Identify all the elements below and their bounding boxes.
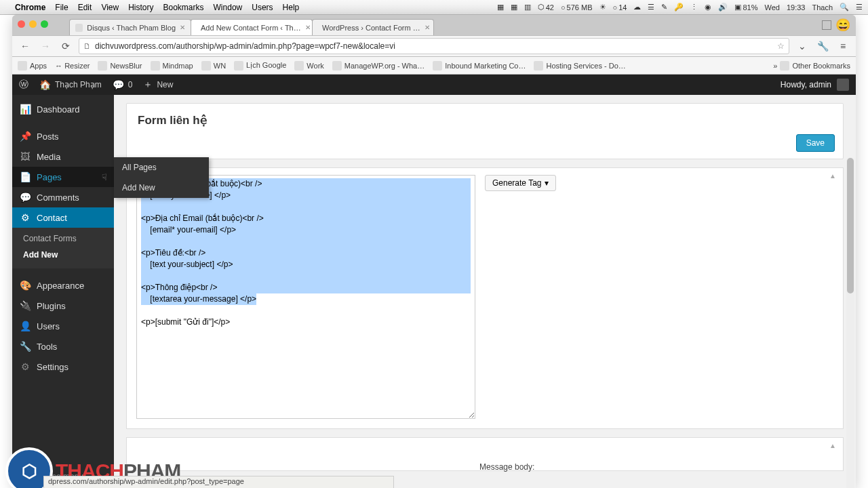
back-button[interactable]: ← xyxy=(18,39,33,54)
menu-posts[interactable]: 📌Posts xyxy=(12,126,114,146)
extension-icon[interactable]: 🔧 xyxy=(815,39,830,54)
menu-appearance[interactable]: 🎨Appearance xyxy=(12,275,114,296)
settings-icon: ⚙ xyxy=(19,361,31,372)
tab-close-icon[interactable]: ✕ xyxy=(305,24,311,31)
other-bookmarks[interactable]: » Other Bookmarks xyxy=(773,61,850,70)
flyout-all-pages[interactable]: All Pages xyxy=(114,157,209,178)
traffic-lights[interactable] xyxy=(18,20,48,28)
menubar-right: ▦▦▥ ⬡ 42 ○ 576 MB ☀ ○14 ☁☰✎🔑⋮ ◉ 🔊 ▣ 81% … xyxy=(497,3,863,12)
wifi-icon[interactable]: ◉ xyxy=(705,3,711,12)
howdy-text[interactable]: Howdy, admin xyxy=(781,80,831,89)
bookmark-item[interactable]: Inbound Marketing Co… xyxy=(433,61,526,70)
appearance-icon: 🎨 xyxy=(19,280,31,291)
tab-close-icon[interactable]: ✕ xyxy=(425,24,430,31)
notifications-icon[interactable]: ☰ xyxy=(856,3,863,12)
fullscreen-icon[interactable] xyxy=(822,20,831,30)
status-link-preview: dpress.com/authorship/wp-admin/edit.php?… xyxy=(43,476,394,488)
user-icon: 👤 xyxy=(19,321,31,331)
wp-sidebar: 📊Dashboard 📌Posts 🖼Media 📄Pages☟ 💬Commen… xyxy=(12,95,114,488)
bookmark-star-icon[interactable]: ☆ xyxy=(777,41,785,51)
apps-shortcut[interactable]: Apps xyxy=(18,61,47,70)
media-icon: 🖼 xyxy=(19,151,31,162)
wp-adminbar: ⓦ 🏠Thạch Phạm 💬0 ＋New Howdy, admin xyxy=(12,75,856,95)
menu-dashboard[interactable]: 📊Dashboard xyxy=(12,99,114,119)
minimize-icon[interactable] xyxy=(29,20,37,28)
bookmark-item[interactable]: Hosting Services - Do… xyxy=(534,61,625,70)
scrollbar[interactable] xyxy=(846,157,854,488)
browser-tab-active[interactable]: Add New Contact Form ‹ Th…✕ xyxy=(191,19,313,35)
site-link[interactable]: 🏠Thạch Phạm xyxy=(39,79,102,90)
clock-time: 19:33 xyxy=(787,3,806,12)
dashboard-icon: 📊 xyxy=(19,104,31,115)
new-link[interactable]: ＋New xyxy=(143,79,173,91)
address-bar[interactable]: 🗋 dichvuwordpress.com/authorship/wp-admi… xyxy=(79,38,789,54)
menu-view[interactable]: View xyxy=(101,3,119,12)
menu-icon[interactable]: ≡ xyxy=(835,39,850,54)
tools-icon: 🔧 xyxy=(19,341,31,352)
volume-icon[interactable]: 🔊 xyxy=(718,3,728,12)
bookmark-item[interactable]: NewsBlur xyxy=(98,61,142,70)
close-icon[interactable] xyxy=(18,20,25,28)
bookmark-item[interactable]: Work xyxy=(294,61,323,70)
menu-history[interactable]: History xyxy=(128,3,153,12)
menubar-app[interactable]: Chrome xyxy=(15,3,45,12)
wp-content: Form liên hệ Save ▲ <p>Tên của bạn (bắt … xyxy=(114,95,856,488)
browser-tab[interactable]: WordPress › Contact Form …✕ xyxy=(312,19,434,35)
clock-day: Wed xyxy=(764,3,779,12)
mac-menubar: Chrome File Edit View History Bookmarks … xyxy=(0,0,868,15)
reload-button[interactable]: ⟳ xyxy=(58,39,73,54)
flyout-add-new[interactable]: Add New xyxy=(114,178,209,198)
menu-window[interactable]: Window xyxy=(214,3,243,12)
form-editor[interactable]: <p>Tên của bạn (bắt buộc)<br /> [text* y… xyxy=(136,175,475,419)
menu-edit[interactable]: Edit xyxy=(78,3,92,12)
battery-icon[interactable]: ▣ 81% xyxy=(734,3,757,12)
bookmark-item[interactable]: Mindmap xyxy=(151,61,193,70)
bookmark-item[interactable]: WN xyxy=(201,61,226,70)
temp-icon: ⬡ 42 xyxy=(538,3,554,12)
panel-toggle-icon[interactable]: ▲ xyxy=(829,172,836,180)
tab-close-icon[interactable]: ✕ xyxy=(180,24,185,31)
panel-toggle-icon[interactable]: ▲ xyxy=(829,442,836,449)
menu-contact[interactable]: ⚙Contact xyxy=(12,207,114,228)
pocket-icon[interactable]: ⌄ xyxy=(795,39,810,54)
comments-link[interactable]: 💬0 xyxy=(113,79,133,90)
menu-plugins[interactable]: 🔌Plugins xyxy=(12,296,114,316)
save-button[interactable]: Save xyxy=(796,134,835,152)
submenu-contact-forms[interactable]: Contact Forms xyxy=(12,230,114,247)
user-name[interactable]: Thach xyxy=(812,3,833,12)
menu-help[interactable]: Help xyxy=(283,3,300,12)
browser-tab[interactable]: Disqus ‹ Thach Pham Blog✕ xyxy=(69,19,191,35)
menu-settings[interactable]: ⚙Settings xyxy=(12,357,114,377)
caret-down-icon: ▾ xyxy=(545,178,549,188)
bookmark-item[interactable]: ↔ Resizer xyxy=(55,62,90,70)
menu-file[interactable]: File xyxy=(55,3,68,12)
forward-button[interactable]: → xyxy=(38,39,53,54)
generate-tag-button[interactable]: Generate Tag▾ xyxy=(485,175,556,191)
menu-bookmarks[interactable]: Bookmarks xyxy=(163,3,204,12)
scroll-thumb[interactable] xyxy=(847,158,854,293)
avatar-icon[interactable] xyxy=(837,79,849,91)
menu-tools[interactable]: 🔧Tools xyxy=(12,336,114,357)
count-badge: ○14 xyxy=(613,3,627,12)
pin-icon: 📌 xyxy=(19,131,31,142)
zoom-icon[interactable] xyxy=(41,20,48,28)
plugin-icon: 🔌 xyxy=(19,300,31,311)
menu-users[interactable]: Users xyxy=(252,3,273,12)
url-text: dichvuwordpress.com/authorship/wp-admin/… xyxy=(95,41,773,51)
wp-admin: ⓦ 🏠Thạch Phạm 💬0 ＋New Howdy, admin 📊Dash… xyxy=(12,75,856,488)
bookmark-item[interactable]: ManageWP.org - Wha… xyxy=(332,61,425,70)
mail-panel: ▲ Message body: xyxy=(126,437,844,471)
menu-media[interactable]: 🖼Media xyxy=(12,146,114,167)
menu-users[interactable]: 👤Users xyxy=(12,316,114,336)
submenu-add-new[interactable]: Add New xyxy=(12,247,114,263)
page-icon: 📄 xyxy=(19,171,31,182)
menu-pages[interactable]: 📄Pages☟ xyxy=(12,167,114,187)
spotlight-icon[interactable]: 🔍 xyxy=(840,3,849,12)
bookmark-item[interactable]: Lịch Google xyxy=(234,61,286,70)
profile-emoji-icon[interactable]: 😄 xyxy=(835,18,850,33)
comment-icon: 💬 xyxy=(19,192,31,203)
wp-logo-icon[interactable]: ⓦ xyxy=(19,79,28,91)
cursor-icon: ☟ xyxy=(102,172,107,182)
menu-comments[interactable]: 💬Comments xyxy=(12,187,114,207)
favicon-icon xyxy=(75,24,83,32)
